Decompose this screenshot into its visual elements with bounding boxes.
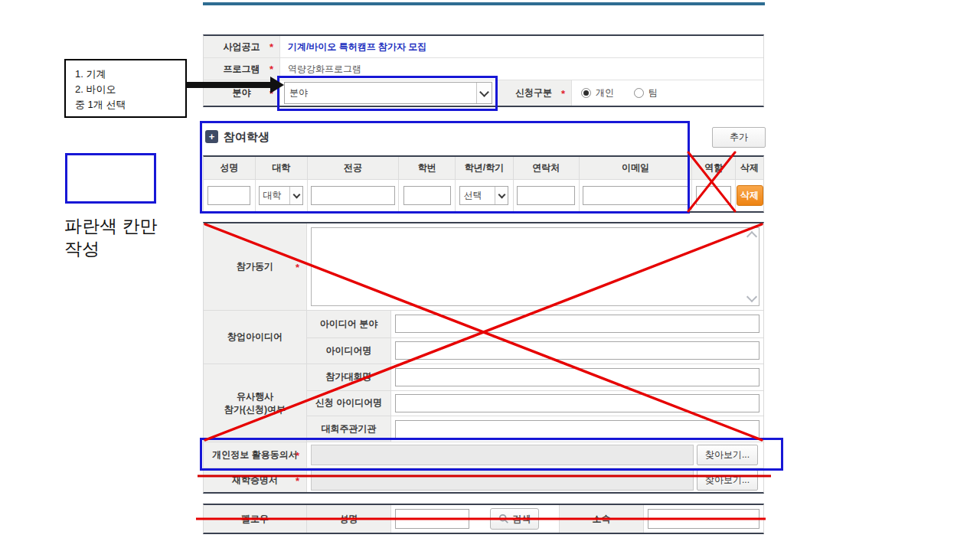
col-header-delete: 삭제 xyxy=(736,157,763,179)
legend-line: 파란색 칸만 xyxy=(64,214,157,237)
fellow-label: 펠로우 xyxy=(204,505,307,533)
program-label-cell: 프로그램 * xyxy=(204,58,280,80)
program-label: 프로그램 xyxy=(224,63,260,76)
fellow-name-input[interactable] xyxy=(395,509,469,529)
business-notice-label-cell: 사업공고 * xyxy=(204,36,280,57)
students-table: 성명 대학 전공 학번 학년/학기 연락처 이메일 역할 삭제 대학 선택 xyxy=(203,155,764,213)
col-header-university: 대학 xyxy=(256,157,308,179)
col-header-role: 역할 xyxy=(692,157,736,179)
university-select[interactable]: 대학 xyxy=(259,186,303,205)
enrollment-browse-button[interactable]: 찾아보기... xyxy=(697,470,758,491)
business-notice-label: 사업공고 xyxy=(224,41,260,54)
chevron-down-icon[interactable] xyxy=(289,187,302,204)
fellow-search-button[interactable]: 검색 xyxy=(490,508,539,530)
enrollment-cert-label: 재학증명서 xyxy=(232,474,278,487)
scroll-up-icon[interactable] xyxy=(746,231,756,242)
idea-field-input[interactable] xyxy=(395,315,760,333)
idea-field-row: 아이디어 분야 xyxy=(307,311,763,337)
chevron-down-icon[interactable] xyxy=(476,83,492,103)
motive-label-cell: 참가동기 * xyxy=(204,223,307,310)
student-input-row: 대학 선택 삭제 xyxy=(204,179,763,211)
similar-event-label-line2: 참가(신청)여부 xyxy=(224,403,286,416)
idea-name-input[interactable] xyxy=(395,341,760,360)
enrollment-file-field[interactable] xyxy=(311,470,694,491)
col-header-major: 전공 xyxy=(308,157,400,179)
organizer-row: 대회주관기관 xyxy=(307,416,763,442)
col-header-student-id: 학번 xyxy=(399,157,456,179)
startup-idea-label: 창업아이디어 xyxy=(227,331,283,344)
field-label-cell: 분야 * xyxy=(204,80,280,106)
chevron-down-icon[interactable] xyxy=(495,187,508,204)
applied-idea-row: 신청 아이디어명 xyxy=(307,390,763,416)
blue-legend-swatch xyxy=(65,153,156,204)
radio-team-unselected[interactable] xyxy=(634,88,644,98)
scroll-down-icon[interactable] xyxy=(746,292,756,302)
search-icon xyxy=(498,514,509,524)
university-select-value: 대학 xyxy=(263,189,281,202)
enrollment-cert-label-cell: 재학증명서 * xyxy=(204,468,307,492)
add-student-button[interactable]: 추가 xyxy=(712,127,766,148)
radio-individual-selected[interactable] xyxy=(581,88,591,98)
organizer-label: 대회주관기관 xyxy=(307,416,391,442)
email-input[interactable] xyxy=(583,186,688,205)
contest-name-input[interactable] xyxy=(395,368,760,386)
col-header-email: 이메일 xyxy=(580,157,693,179)
field-label: 분야 xyxy=(233,86,251,99)
idea-name-label: 아이디어명 xyxy=(307,338,391,364)
privacy-file-field[interactable] xyxy=(311,445,694,465)
application-form-page: 사업공고 * 기계/바이오 특허캠프 참가자 모집 프로그램 * 역량강화프로그… xyxy=(0,0,980,551)
similar-event-label-line1: 유사행사 xyxy=(237,390,273,403)
field-select-value: 분야 xyxy=(289,86,308,99)
textarea-scrollbar[interactable] xyxy=(745,229,758,305)
program-value: 역량강화프로그램 xyxy=(280,58,763,80)
motive-label: 참가동기 xyxy=(237,260,273,273)
year-semester-select-value: 선택 xyxy=(463,189,482,202)
fellow-dept-input[interactable] xyxy=(648,509,760,529)
startup-idea-group: 창업아이디어 아이디어 분야 아이디어명 xyxy=(204,310,763,364)
fellow-name-cell: 검색 xyxy=(391,505,560,533)
contact-input[interactable] xyxy=(517,186,575,205)
fellow-name-label: 성명 xyxy=(307,505,391,533)
top-accent-line xyxy=(203,2,765,5)
application-type-radios: 개인 팀 xyxy=(572,80,658,106)
required-marker: * xyxy=(270,64,273,74)
legend-line: 작성 xyxy=(64,237,157,260)
legend-note: 파란색 칸만 작성 xyxy=(64,214,157,260)
enrollment-cert-row: 재학증명서 * 찾아보기... xyxy=(204,468,763,492)
program-row: 프로그램 * 역량강화프로그램 xyxy=(204,57,763,80)
privacy-consent-label-cell: 개인정보 활용동의서 * xyxy=(204,442,307,468)
contest-name-label: 참가대회명 xyxy=(307,364,391,390)
required-marker: * xyxy=(561,89,565,99)
applied-idea-input[interactable] xyxy=(395,394,760,412)
idea-name-row: 아이디어명 xyxy=(307,337,763,364)
motive-textarea[interactable] xyxy=(311,227,760,306)
required-marker: * xyxy=(296,451,299,461)
students-header-row: 성명 대학 전공 학번 학년/학기 연락처 이메일 역할 삭제 xyxy=(204,157,763,179)
note-line: 중 1개 선택 xyxy=(75,97,185,112)
privacy-browse-button[interactable]: 찾아보기... xyxy=(697,445,758,465)
required-marker: * xyxy=(270,89,273,99)
radio-team-label: 팀 xyxy=(648,86,658,99)
student-id-input[interactable] xyxy=(403,186,451,205)
col-header-name: 성명 xyxy=(204,157,256,179)
student-name-input[interactable] xyxy=(207,186,250,205)
required-marker: * xyxy=(296,262,299,272)
fellow-search-label: 검색 xyxy=(513,513,531,526)
required-marker: * xyxy=(296,476,299,486)
year-semester-select[interactable]: 선택 xyxy=(459,186,508,205)
major-input[interactable] xyxy=(311,186,395,205)
delete-student-button[interactable]: 삭제 xyxy=(737,185,763,206)
fellow-table: 펠로우 성명 검색 소속 xyxy=(203,504,764,534)
role-input[interactable] xyxy=(696,186,731,205)
business-notice-row: 사업공고 * 기계/바이오 특허캠프 참가자 모집 xyxy=(204,36,763,57)
plus-icon: + xyxy=(205,130,218,143)
similar-event-label-cell: 유사행사 참가(신청)여부 xyxy=(204,364,307,442)
business-notice-value: 기계/바이오 특허캠프 참가자 모집 xyxy=(280,36,763,57)
field-select[interactable]: 분야 xyxy=(284,82,492,104)
application-detail-table: 참가동기 * 창업아이디어 아이디어 분야 xyxy=(203,222,764,494)
organizer-input[interactable] xyxy=(395,420,760,439)
radio-individual-label: 개인 xyxy=(596,86,614,99)
motive-row: 참가동기 * xyxy=(204,223,763,310)
field-row: 분야 * 분야 신청구분 * 개인 팀 xyxy=(204,80,763,106)
required-marker: * xyxy=(270,42,273,52)
